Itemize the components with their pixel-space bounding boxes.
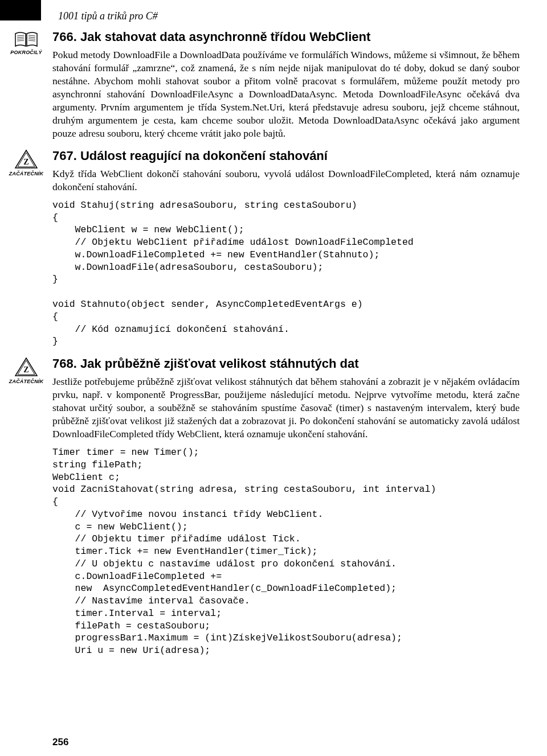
tip-767-title: 767. Událost reagující na dokončení stah…	[52, 148, 520, 164]
tip-767: Z ZAČÁTEČNÍK 767. Událost reagující na d…	[52, 148, 520, 348]
tip-766: POKROČILÝ 766. Jak stahovat data asynchr…	[52, 29, 520, 140]
level-label: POKROČILÝ	[8, 50, 44, 55]
thumb-tab	[0, 0, 41, 20]
svg-text:Z: Z	[23, 158, 28, 166]
level-icon-advanced: POKROČILÝ	[8, 30, 44, 55]
level-label: ZAČÁTEČNÍK	[8, 379, 44, 384]
page-number: 256	[52, 737, 68, 748]
page: 1001 tipů a triků pro C# POKROČILÝ	[0, 0, 547, 756]
svg-text:Z: Z	[23, 365, 28, 374]
level-icon-beginner-1: Z ZAČÁTEČNÍK	[8, 149, 44, 176]
tip-768-code: Timer timer = new Timer(); string filePa…	[52, 446, 520, 657]
tip-767-code: void Stahuj(string adresaSouboru, string…	[52, 199, 520, 348]
book-icon	[8, 30, 44, 48]
triangle-z-icon: Z	[8, 357, 44, 377]
tip-767-body: Když třída WebClient dokončí stahování s…	[52, 167, 520, 194]
tip-768: Z ZAČÁTEČNÍK 768. Jak průběžně zjišťovat…	[52, 356, 520, 657]
tip-766-body: Pokud metody DownloadFile a DownloadData…	[52, 48, 520, 141]
triangle-z-icon: Z	[8, 149, 44, 170]
tip-768-title: 768. Jak průběžně zjišťovat velikost stá…	[52, 356, 520, 372]
level-icon-beginner-2: Z ZAČÁTEČNÍK	[8, 357, 44, 384]
level-label: ZAČÁTEČNÍK	[8, 171, 44, 176]
running-head: 1001 tipů a triků pro C#	[58, 10, 520, 22]
tip-768-body: Jestliže potřebujeme průběžně zjišťovat …	[52, 375, 520, 441]
tip-766-title: 766. Jak stahovat data asynchronně třído…	[52, 29, 520, 45]
